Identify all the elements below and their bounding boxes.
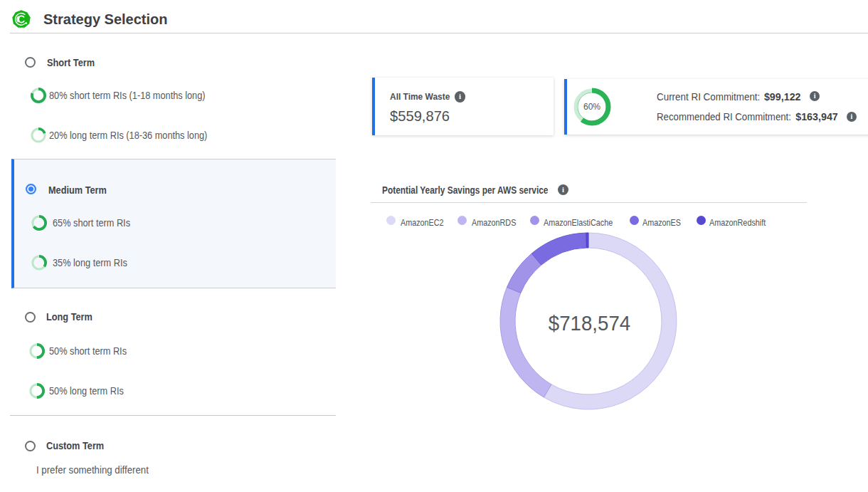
svg-text:$718,574: $718,574 (549, 311, 630, 335)
svg-text:60%: 60% (583, 101, 600, 112)
